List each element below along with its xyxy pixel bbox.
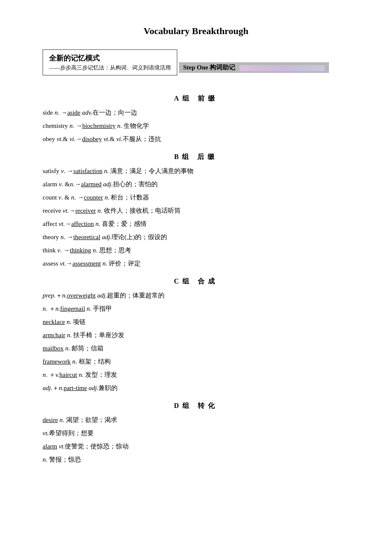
vocab-line: desire n. 渴望；欲望；渴求 — [43, 415, 349, 425]
vocab-line: alarm v. &n.→alarmed adj.担心的；害怕的 — [43, 179, 349, 189]
vocab-line: n. ＋n.fingernail n. 手指甲 — [43, 304, 349, 314]
group-c-heading: C组 合成 — [43, 277, 349, 286]
vocab-line: side n. →aside adv.在一边；向一边 — [43, 107, 349, 118]
vocab-line: obey vt.& vi.→disobey vt.& vi.不服从；违抗 — [43, 134, 349, 144]
vocab-line: affect vt.→affection n. 喜爱；爱；感情 — [43, 219, 349, 229]
vocab-line: receive vt.→receiver n. 收件人；接收机；电话听筒 — [43, 205, 349, 216]
group-b-heading: B组 后缀 — [43, 153, 349, 162]
vocab-line: alarm vt.使警觉；使惊恐；惊动 — [43, 441, 349, 451]
vocab-line: theory n. →theoretical adj.理论(上)的；假设的 — [43, 232, 349, 242]
group-b-section: B组 后缀 satisfy v. →satisfaction n. 满意；满足；… — [43, 153, 349, 269]
vocab-line: necklace n. 项链 — [43, 317, 349, 327]
vocab-line: mailbox n. 邮筒；信箱 — [43, 343, 349, 353]
page-title: Vocabulary Breakthrough — [43, 26, 349, 37]
vocab-line: armchair n. 扶手椅；单座沙发 — [43, 330, 349, 340]
vocab-line: count v. & n. →counter n. 柜台；计数器 — [43, 192, 349, 202]
vocab-line: adj.＋n.part-time adj.兼职的 — [43, 383, 349, 393]
vocab-line: n. 警报；惊恐 — [43, 454, 349, 465]
vocab-line: vt.希望得到；想要 — [43, 428, 349, 438]
vocab-line: assess vt.→assessment n. 评价；评定 — [43, 258, 349, 269]
intro-title: 全新的记忆模式 — [49, 53, 171, 63]
vocab-line: think v. →thinking n. 思想；思考 — [43, 245, 349, 255]
group-a-section: A组 前缀 side n. →aside adv.在一边；向一边 chemist… — [43, 94, 349, 144]
step-one-title: 构词助记 — [210, 64, 235, 71]
group-a-heading: A组 前缀 — [43, 94, 349, 103]
group-c-section: C组 合成 prep.＋n.overweight adj.超重的；体重超常的 n… — [43, 277, 349, 393]
step-one-label: Step One — [183, 64, 208, 71]
intro-box: 全新的记忆模式 ——步步高三步记忆法：从构词、词义到语境活用 — [43, 49, 177, 75]
group-d-section: D组 转化 desire n. 渴望；欲望；渴求 vt.希望得到；想要 alar… — [43, 402, 349, 465]
step-one-header: Step One 构词助记 — [179, 62, 329, 73]
vocab-line: framework n. 框架；结构 — [43, 356, 349, 367]
group-d-heading: D组 转化 — [43, 402, 349, 410]
vocab-line: prep.＋n.overweight adj.超重的；体重超常的 — [43, 290, 349, 301]
vocab-line: chemistry n. →biochemistry n. 生物化学 — [43, 121, 349, 131]
vocab-line: n. ＋v.haircut n. 发型；理发 — [43, 370, 349, 380]
vocab-line: satisfy v. →satisfaction n. 满意；满足；令人满意的事… — [43, 166, 349, 176]
intro-subtitle: ——步步高三步记忆法：从构词、词义到语境活用 — [49, 64, 171, 72]
